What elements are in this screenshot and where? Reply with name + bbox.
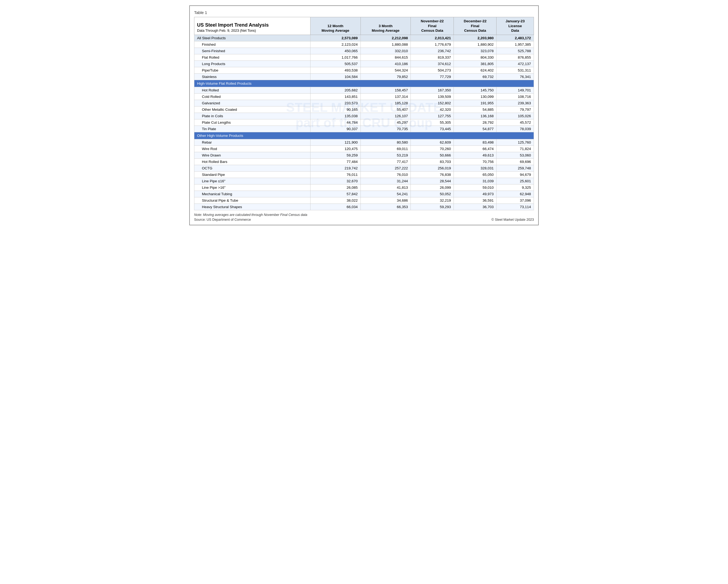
value-cell: 525,788	[497, 48, 534, 54]
value-cell: 876,855	[497, 54, 534, 60]
value-cell: 332,010	[361, 48, 411, 54]
value-cell: 158,457	[361, 87, 411, 93]
product-cell: Cold Rolled	[194, 93, 311, 100]
value-cell: 104,584	[310, 73, 361, 80]
value-cell: 108,716	[497, 93, 534, 100]
value-cell: 32,219	[411, 197, 454, 204]
value-cell: 135,038	[310, 113, 361, 119]
value-cell: 59,010	[454, 184, 497, 191]
value-cell: 42,320	[411, 106, 454, 113]
footer-row: Source: US Department of Commerce © Stee…	[194, 218, 534, 222]
value-cell: 78,039	[497, 126, 534, 132]
value-cell: 239,363	[497, 100, 534, 106]
summary-row: All Steel Products2,573,0892,212,0982,01…	[194, 35, 534, 41]
value-cell: 54,877	[454, 126, 497, 132]
product-cell: Wire Rod	[194, 146, 311, 152]
value-cell: 531,311	[497, 67, 534, 73]
value-cell: 69,696	[497, 158, 534, 165]
product-cell: Wire Drawn	[194, 152, 311, 158]
value-cell: 233,573	[310, 100, 361, 106]
value-cell: 804,330	[454, 54, 497, 60]
col-header-jan23: January-23LicenseData	[497, 17, 534, 35]
value-cell: 26,099	[411, 184, 454, 191]
col-header-ma3: 3 MonthMoving Average	[361, 17, 411, 35]
value-cell: 127,755	[411, 113, 454, 119]
table-row: Cold Rolled143,851137,314139,509130,0991…	[194, 93, 534, 100]
value-cell: 2,203,980	[454, 35, 497, 41]
value-cell: 62,948	[497, 191, 534, 197]
value-cell: 125,760	[497, 139, 534, 146]
value-cell: 59,293	[411, 204, 454, 210]
value-cell: 76,341	[497, 73, 534, 80]
table-container: STEEL MARKET UPDATEpart of the CRU Group…	[189, 5, 539, 225]
value-cell: 37,096	[497, 197, 534, 204]
value-cell: 130,099	[454, 93, 497, 100]
main-table: US Steel Import Trend Analysis Data Thro…	[194, 17, 534, 210]
table-row: Mechanical Tubing57,84254,24150,05249,97…	[194, 191, 534, 197]
section-header-cell: Other High-Volume Products	[194, 132, 534, 139]
table-row: Hot Rolled205,682158,457167,350145,75014…	[194, 87, 534, 93]
value-cell: 36,591	[454, 197, 497, 204]
value-cell: 66,034	[310, 204, 361, 210]
value-cell: 70,260	[411, 146, 454, 152]
copyright-text: © Steel Market Update 2023	[491, 218, 534, 222]
value-cell: 844,615	[361, 54, 411, 60]
value-cell: 257,222	[361, 165, 411, 171]
table-row: Other Metallic Coated90,16555,40742,3205…	[194, 106, 534, 113]
value-cell: 73,445	[411, 126, 454, 132]
product-cell: Plate Cut Lengths	[194, 119, 311, 126]
value-cell: 77,417	[361, 158, 411, 165]
product-cell: Pipe/Tube	[194, 67, 311, 73]
table-row: OCTG219,742257,222256,019328,031259,748	[194, 165, 534, 171]
value-cell: 191,955	[454, 100, 497, 106]
value-cell: 1,880,902	[454, 41, 497, 48]
value-cell: 2,123,024	[310, 41, 361, 48]
value-cell: 59,259	[310, 152, 361, 158]
value-cell: 50,052	[411, 191, 454, 197]
value-cell: 9,325	[497, 184, 534, 191]
value-cell: 70,735	[361, 126, 411, 132]
value-cell: 49,973	[454, 191, 497, 197]
section-header-row: High-Volume Flat Rolled Products	[194, 80, 534, 87]
value-cell: 145,750	[454, 87, 497, 93]
product-cell: Line Pipe ≤16"	[194, 178, 311, 184]
title-main: US Steel Import Trend Analysis	[197, 22, 308, 28]
product-cell: Line Pipe >16"	[194, 184, 311, 191]
value-cell: 73,114	[497, 204, 534, 210]
value-cell: 77,484	[310, 158, 361, 165]
product-cell: Other Metallic Coated	[194, 106, 311, 113]
source-text: Source: US Department of Commerce	[194, 218, 251, 222]
value-cell: 624,402	[454, 67, 497, 73]
value-cell: 53,219	[361, 152, 411, 158]
table-row: Wire Drawn59,25953,21950,66649,61353,060	[194, 152, 534, 158]
value-cell: 323,078	[454, 48, 497, 54]
value-cell: 83,498	[454, 139, 497, 146]
value-cell: 41,813	[361, 184, 411, 191]
value-cell: 80,580	[361, 139, 411, 146]
value-cell: 381,805	[454, 60, 497, 67]
table-label: Table 1	[194, 10, 534, 15]
value-cell: 152,802	[411, 100, 454, 106]
value-cell: 136,168	[454, 113, 497, 119]
table-row: Standard Pipe76,01176,01076,83865,05094,…	[194, 171, 534, 178]
value-cell: 79,852	[361, 73, 411, 80]
value-cell: 55,407	[361, 106, 411, 113]
value-cell: 57,842	[310, 191, 361, 197]
value-cell: 205,682	[310, 87, 361, 93]
section-header-row: Other High-Volume Products	[194, 132, 534, 139]
section-header-cell: High-Volume Flat Rolled Products	[194, 80, 534, 87]
value-cell: 819,337	[411, 54, 454, 60]
product-cell: Plate in Coils	[194, 113, 311, 119]
product-cell: Tin Plate	[194, 126, 311, 132]
value-cell: 54,241	[361, 191, 411, 197]
value-cell: 54,885	[454, 106, 497, 113]
product-cell: Hot Rolled Bars	[194, 158, 311, 165]
value-cell: 62,609	[411, 139, 454, 146]
value-cell: 121,900	[310, 139, 361, 146]
value-cell: 504,273	[411, 67, 454, 73]
value-cell: 55,305	[411, 119, 454, 126]
value-cell: 139,509	[411, 93, 454, 100]
table-row: Plate in Coils135,038126,107127,755136,1…	[194, 113, 534, 119]
value-cell: 25,601	[497, 178, 534, 184]
value-cell: 137,314	[361, 93, 411, 100]
